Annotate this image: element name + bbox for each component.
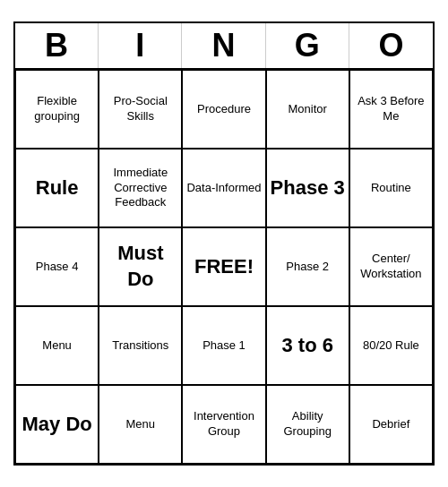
- cell-text: 80/20 Rule: [363, 338, 419, 354]
- cell-text: Immediate Corrective Feedback: [103, 166, 177, 211]
- header-letter: N: [182, 23, 265, 68]
- cell-text: Phase 3: [271, 175, 345, 201]
- bingo-cell: Phase 3: [266, 149, 349, 227]
- cell-text: Flexible grouping: [20, 94, 94, 124]
- cell-text: Debrief: [372, 417, 409, 432]
- cell-text: FREE!: [194, 254, 254, 280]
- bingo-cell: FREE!: [182, 227, 265, 306]
- cell-text: Monitor: [289, 102, 327, 117]
- bingo-cell: Transitions: [99, 306, 182, 385]
- bingo-cell: Must Do: [99, 227, 182, 306]
- bingo-header: BINGO: [15, 23, 433, 70]
- bingo-cell: Phase 2: [266, 227, 349, 306]
- cell-text: Phase 2: [286, 260, 329, 275]
- bingo-grid: Flexible groupingPro-Social SkillsProced…: [15, 70, 433, 464]
- cell-text: Menu: [42, 338, 72, 354]
- cell-text: Phase 4: [36, 260, 79, 275]
- bingo-cell: Center/ Workstation: [349, 227, 433, 306]
- header-letter: I: [99, 23, 182, 68]
- bingo-cell: Procedure: [182, 70, 265, 149]
- bingo-cell: Ability Grouping: [266, 385, 349, 464]
- bingo-cell: Debrief: [349, 385, 433, 464]
- bingo-cell: Flexible grouping: [15, 70, 99, 149]
- bingo-cell: Immediate Corrective Feedback: [99, 149, 182, 227]
- bingo-cell: Intervention Group: [182, 385, 265, 464]
- bingo-cell: Phase 4: [15, 227, 99, 306]
- header-letter: B: [15, 23, 99, 68]
- cell-text: Must Do: [103, 241, 177, 292]
- cell-text: Center/ Workstation: [354, 252, 428, 282]
- cell-text: 3 to 6: [281, 333, 332, 359]
- cell-text: Intervention Group: [186, 409, 261, 440]
- bingo-card: BINGO Flexible groupingPro-Social Skills…: [13, 21, 435, 466]
- bingo-cell: Monitor: [266, 70, 349, 149]
- cell-text: Routine: [371, 181, 411, 196]
- bingo-cell: 80/20 Rule: [349, 306, 433, 385]
- cell-text: May Do: [22, 412, 91, 438]
- header-letter: G: [266, 23, 349, 68]
- cell-text: Rule: [36, 175, 79, 201]
- bingo-cell: Data-Informed: [182, 149, 265, 227]
- cell-text: Transitions: [112, 338, 168, 354]
- cell-text: Procedure: [197, 102, 251, 117]
- bingo-cell: 3 to 6: [266, 306, 349, 385]
- cell-text: Ability Grouping: [271, 409, 345, 440]
- bingo-cell: Pro-Social Skills: [99, 70, 182, 149]
- bingo-cell: Routine: [349, 149, 433, 227]
- cell-text: Ask 3 Before Me: [354, 94, 428, 124]
- cell-text: Pro-Social Skills: [103, 94, 177, 124]
- bingo-cell: Menu: [15, 306, 99, 385]
- bingo-cell: Rule: [15, 149, 99, 227]
- bingo-cell: May Do: [15, 385, 99, 464]
- cell-text: Menu: [126, 417, 156, 432]
- bingo-cell: Menu: [99, 385, 182, 464]
- bingo-cell: Ask 3 Before Me: [349, 70, 433, 149]
- cell-text: Data-Informed: [186, 181, 261, 196]
- header-letter: O: [349, 23, 433, 68]
- cell-text: Phase 1: [202, 338, 246, 354]
- bingo-cell: Phase 1: [182, 306, 265, 385]
